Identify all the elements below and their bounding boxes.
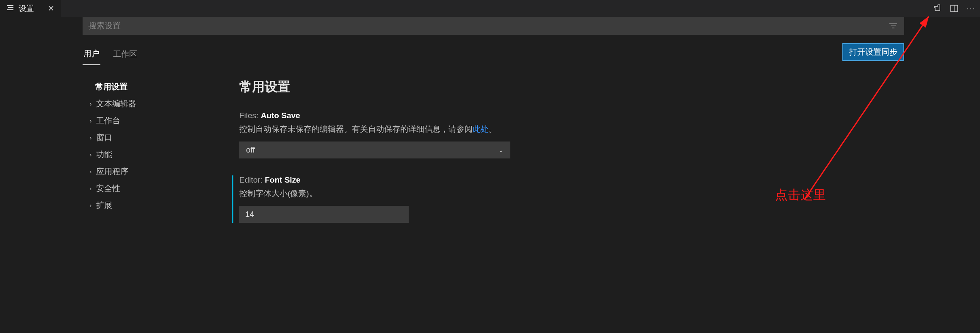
close-icon[interactable]: ✕ — [47, 4, 55, 13]
search-input[interactable] — [89, 21, 888, 31]
search-row — [83, 17, 904, 35]
tree-item-security[interactable]: ›安全性 — [83, 180, 239, 197]
tree-item-extensions[interactable]: ›扩展 — [83, 197, 239, 214]
open-settings-sync-button[interactable]: 打开设置同步 — [842, 43, 904, 61]
main-area: 常用设置 ›文本编辑器 ›工作台 ›窗口 ›功能 ›应用程序 ›安全性 ›扩展 … — [83, 78, 904, 240]
annotation-text: 点击这里 — [775, 186, 826, 204]
split-editor-icon[interactable] — [950, 4, 959, 13]
autosave-doc-link[interactable]: 此处 — [473, 125, 489, 133]
settings-tree: 常用设置 ›文本编辑器 ›工作台 ›窗口 ›功能 ›应用程序 ›安全性 ›扩展 — [83, 78, 239, 240]
setting-description: 控制自动保存未保存的编辑器。有关自动保存的详细信息，请参阅此处。 — [239, 124, 904, 135]
chevron-right-icon: › — [87, 168, 94, 175]
chevron-right-icon: › — [87, 185, 94, 192]
tab-bar: 设置 ✕ ··· — [0, 0, 980, 17]
autosave-value: off — [246, 145, 255, 155]
tree-item-window[interactable]: ›窗口 — [83, 129, 239, 146]
chevron-right-icon: › — [87, 100, 94, 107]
settings-list-icon — [6, 3, 14, 14]
chevron-right-icon: › — [87, 151, 94, 158]
chevron-down-icon: ⌄ — [498, 147, 504, 153]
setting-files-autosave: Files: Auto Save 控制自动保存未保存的编辑器。有关自动保存的详细… — [239, 111, 904, 158]
chevron-right-icon: › — [87, 117, 94, 124]
tree-item-workbench[interactable]: ›工作台 — [83, 112, 239, 129]
tree-item-text-editor[interactable]: ›文本编辑器 — [83, 95, 239, 112]
chevron-right-icon: › — [87, 134, 94, 141]
setting-title: Files: Auto Save — [239, 111, 904, 120]
tab-settings[interactable]: 设置 ✕ — [0, 0, 61, 17]
tree-item-common[interactable]: 常用设置 — [83, 78, 239, 95]
tab-title: 设置 — [19, 3, 34, 14]
fontsize-input[interactable] — [239, 206, 409, 223]
open-settings-json-icon[interactable] — [933, 4, 942, 13]
autosave-select[interactable]: off ⌄ — [239, 142, 510, 158]
section-title: 常用设置 — [239, 78, 904, 96]
setting-title: Editor: Font Size — [239, 175, 904, 185]
chevron-right-icon: › — [87, 202, 94, 209]
tree-item-features[interactable]: ›功能 — [83, 146, 239, 163]
scope-row: 用户 工作区 打开设置同步 — [83, 45, 904, 66]
tree-item-application[interactable]: ›应用程序 — [83, 163, 239, 180]
settings-list: 常用设置 Files: Auto Save 控制自动保存未保存的编辑器。有关自动… — [239, 78, 904, 240]
scope-tab-user[interactable]: 用户 — [83, 45, 100, 65]
tab-actions: ··· — [933, 0, 976, 17]
scope-tab-workspace[interactable]: 工作区 — [112, 45, 138, 65]
filter-icon[interactable] — [888, 23, 898, 28]
more-actions-icon[interactable]: ··· — [966, 4, 976, 13]
